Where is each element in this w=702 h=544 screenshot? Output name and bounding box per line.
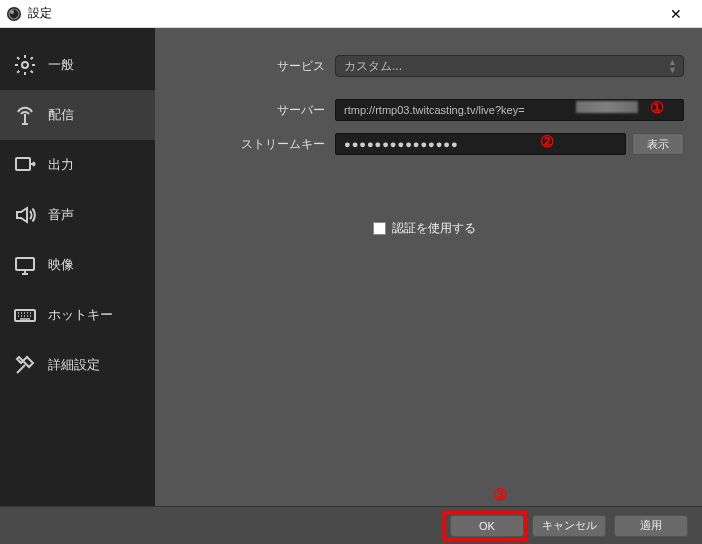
auth-checkbox[interactable]: [373, 222, 386, 235]
cancel-button[interactable]: キャンセル: [532, 515, 606, 537]
footer: ③ OK キャンセル 適用: [0, 506, 702, 544]
annotation-ok-border: [443, 511, 527, 541]
output-icon: [12, 152, 38, 178]
sidebar-item-label: 一般: [48, 56, 74, 74]
sidebar-item-audio[interactable]: 音声: [0, 190, 155, 240]
gear-icon: [12, 52, 38, 78]
sidebar-item-advanced[interactable]: 詳細設定: [0, 340, 155, 390]
sidebar-item-label: ホットキー: [48, 306, 113, 324]
svg-point-2: [10, 10, 14, 14]
sidebar-item-video[interactable]: 映像: [0, 240, 155, 290]
keyboard-icon: [12, 302, 38, 328]
updown-icon: ▲▼: [668, 58, 677, 74]
sidebar-item-label: 音声: [48, 206, 74, 224]
title-bar: 設定 ✕: [0, 0, 702, 28]
sidebar-item-stream[interactable]: 配信: [0, 90, 155, 140]
tools-icon: [12, 352, 38, 378]
close-button[interactable]: ✕: [656, 0, 696, 27]
svg-point-3: [22, 62, 28, 68]
sidebar-item-hotkeys[interactable]: ホットキー: [0, 290, 155, 340]
service-select[interactable]: カスタム... ▲▼: [335, 55, 684, 77]
annotation-two: ②: [540, 132, 554, 151]
window-title: 設定: [28, 5, 656, 22]
service-row: サービス カスタム... ▲▼: [165, 52, 684, 80]
annotation-one: ①: [650, 98, 664, 117]
antenna-icon: [12, 102, 38, 128]
svg-rect-5: [16, 258, 34, 270]
main-panel: サービス カスタム... ▲▼ サーバー ① ストリームキー 表示 ② 認証を使…: [155, 28, 702, 506]
streamkey-row: ストリームキー 表示 ②: [165, 130, 684, 158]
sidebar-item-label: 詳細設定: [48, 356, 100, 374]
apply-button[interactable]: 適用: [614, 515, 688, 537]
speaker-icon: [12, 202, 38, 228]
sidebar-item-output[interactable]: 出力: [0, 140, 155, 190]
redacted-area: [576, 101, 638, 113]
streamkey-input[interactable]: [335, 133, 626, 155]
auth-label: 認証を使用する: [392, 220, 476, 237]
service-label: サービス: [165, 58, 335, 75]
sidebar-item-general[interactable]: 一般: [0, 40, 155, 90]
monitor-icon: [12, 252, 38, 278]
server-row: サーバー ①: [165, 96, 684, 124]
content-area: 一般 配信 出力 音声 映像: [0, 28, 702, 506]
sidebar-item-label: 配信: [48, 106, 74, 124]
svg-rect-4: [16, 158, 30, 170]
auth-row: 認証を使用する: [165, 214, 684, 242]
streamkey-label: ストリームキー: [165, 136, 335, 153]
sidebar-item-label: 出力: [48, 156, 74, 174]
sidebar: 一般 配信 出力 音声 映像: [0, 28, 155, 506]
server-label: サーバー: [165, 102, 335, 119]
show-button[interactable]: 表示: [632, 133, 684, 155]
sidebar-item-label: 映像: [48, 256, 74, 274]
obs-logo-icon: [6, 6, 22, 22]
annotation-three: ③: [493, 485, 507, 504]
service-value: カスタム...: [344, 58, 402, 75]
